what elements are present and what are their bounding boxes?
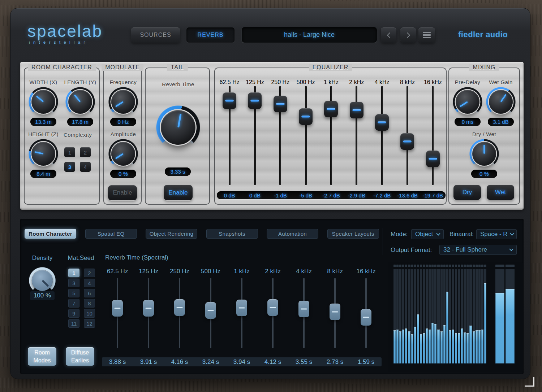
width-knob[interactable] <box>31 90 56 114</box>
meter-fill <box>506 289 515 363</box>
dry-wet-value[interactable]: 0 % <box>471 170 497 178</box>
eq-band-slider[interactable] <box>344 86 369 185</box>
length-knob[interactable] <box>68 90 93 114</box>
pre-delay-value[interactable]: 0 ms <box>455 118 481 126</box>
mode-select[interactable]: Object <box>411 229 444 239</box>
wet-gain-knob[interactable] <box>489 90 513 114</box>
reverb-button[interactable]: REVERB <box>186 27 235 43</box>
spectral-band-slider[interactable] <box>133 278 164 348</box>
spectral-band-slider[interactable] <box>226 278 257 348</box>
eq-band-slider[interactable] <box>369 86 395 185</box>
mat-seed-button-7[interactable]: 7 <box>68 299 79 308</box>
preset-display[interactable]: halls - Large Nice <box>241 27 377 43</box>
slider-handle[interactable] <box>350 102 364 118</box>
output-format-select[interactable]: 32 - Full Sphere <box>439 245 517 255</box>
tab-spatial-eq[interactable]: Spatial EQ <box>85 229 137 239</box>
slider-handle[interactable] <box>274 96 287 112</box>
mat-seed-button-11[interactable]: 11 <box>68 319 79 328</box>
preset-next-button[interactable] <box>400 27 416 43</box>
mat-seed-button-12[interactable]: 12 <box>84 319 95 328</box>
slider-led <box>225 100 234 102</box>
slider-handle[interactable] <box>330 304 340 320</box>
binaural-label: Binaural: <box>449 231 474 238</box>
eq-band-slider[interactable] <box>242 86 267 185</box>
slider-handle[interactable] <box>223 92 236 109</box>
slider-handle[interactable] <box>324 101 338 117</box>
eq-band-slider[interactable] <box>318 86 344 185</box>
spectral-band-slider[interactable] <box>102 278 133 348</box>
mat-seed-button-10[interactable]: 10 <box>84 309 95 318</box>
meter-fill <box>411 334 413 363</box>
complexity-button-2[interactable]: 2 <box>80 147 91 157</box>
preset-prev-button[interactable] <box>381 27 396 43</box>
resize-corner-icon[interactable] <box>525 377 534 387</box>
slider-handle[interactable] <box>299 108 313 125</box>
preset-menu-button[interactable] <box>418 27 435 43</box>
spectral-band-slider[interactable] <box>319 278 350 348</box>
reverb-time-value[interactable]: 3.33 s <box>165 167 191 176</box>
tab-automation[interactable]: Automation <box>267 229 318 239</box>
frequency-knob[interactable] <box>111 90 136 114</box>
height-knob[interactable] <box>31 141 56 166</box>
dry-wet-knob[interactable] <box>472 141 496 166</box>
spectral-band-slider[interactable] <box>288 278 319 348</box>
spectral-band-label: 16 kHz <box>350 268 382 275</box>
eq-band-slider[interactable] <box>268 86 293 185</box>
binaural-select[interactable]: Space - R <box>476 229 517 239</box>
slider-handle[interactable] <box>426 151 440 167</box>
slider-handle[interactable] <box>112 300 123 317</box>
mat-seed-button-6[interactable]: 6 <box>84 289 95 297</box>
mat-seed-button-9[interactable]: 9 <box>68 309 79 318</box>
slider-handle[interactable] <box>236 300 247 316</box>
density-knob[interactable] <box>31 269 53 292</box>
slider-handle[interactable] <box>143 300 154 317</box>
tail-enable-button[interactable]: Enable <box>164 185 193 200</box>
eq-band-slider[interactable] <box>420 86 446 185</box>
complexity-button-3[interactable]: 3 <box>64 162 75 172</box>
amplitude-knob[interactable] <box>111 141 136 166</box>
room-modes-button[interactable]: Room Modes <box>28 347 56 366</box>
spectral-band-slider[interactable] <box>164 278 195 348</box>
mat-seed-button-1[interactable]: 1 <box>68 269 79 277</box>
wet-gain-value[interactable]: 3.1 dB <box>488 118 514 126</box>
tab-speaker-layouts[interactable]: Speaker Layouts <box>327 229 379 239</box>
mat-seed-button-8[interactable]: 8 <box>84 299 95 308</box>
slider-led <box>352 109 361 111</box>
length-value[interactable]: 17.8 m <box>67 118 93 126</box>
slider-handle[interactable] <box>375 114 389 131</box>
slider-handle[interactable] <box>400 133 414 150</box>
eq-band-slider[interactable] <box>395 86 420 185</box>
spectral-band-slider[interactable] <box>195 278 226 348</box>
slider-handle[interactable] <box>174 299 185 316</box>
spectral-band-slider[interactable] <box>350 278 382 348</box>
reverb-time-knob[interactable] <box>161 110 195 145</box>
dry-button[interactable]: Dry <box>453 185 481 200</box>
height-value[interactable]: 8.4 m <box>30 170 56 178</box>
diffuse-earlies-button[interactable]: Diffuse Earlies <box>66 347 94 366</box>
slider-handle[interactable] <box>205 302 216 319</box>
modulate-enable-button[interactable]: Enable <box>108 185 137 200</box>
mat-seed-button-2[interactable]: 2 <box>84 269 95 277</box>
density-value[interactable]: 100 % <box>30 291 55 300</box>
tab-snapshots[interactable]: Snapshots <box>206 229 258 239</box>
complexity-button-1[interactable]: 1 <box>64 147 75 157</box>
amplitude-value[interactable]: 0 % <box>110 170 136 178</box>
sources-button[interactable]: SOURCES <box>131 27 180 43</box>
wet-button[interactable]: Wet <box>487 185 514 200</box>
frequency-value[interactable]: 0 Hz <box>110 118 136 126</box>
mat-seed-button-3[interactable]: 3 <box>68 279 79 287</box>
slider-handle[interactable] <box>361 309 371 326</box>
eq-band-slider[interactable] <box>293 86 318 185</box>
eq-band-slider[interactable] <box>217 86 242 185</box>
tab-object-rendering[interactable]: Object Rendering <box>146 229 197 239</box>
width-value[interactable]: 13.3 m <box>30 118 56 126</box>
pre-delay-knob[interactable] <box>455 90 480 114</box>
slider-handle[interactable] <box>267 299 278 316</box>
slider-handle[interactable] <box>248 92 262 109</box>
mat-seed-button-5[interactable]: 5 <box>68 289 79 297</box>
slider-handle[interactable] <box>298 301 309 317</box>
tab-room-character[interactable]: Room Character <box>25 229 76 239</box>
complexity-button-4[interactable]: 4 <box>80 162 91 172</box>
mat-seed-button-4[interactable]: 4 <box>84 279 95 287</box>
spectral-band-slider[interactable] <box>257 278 288 348</box>
